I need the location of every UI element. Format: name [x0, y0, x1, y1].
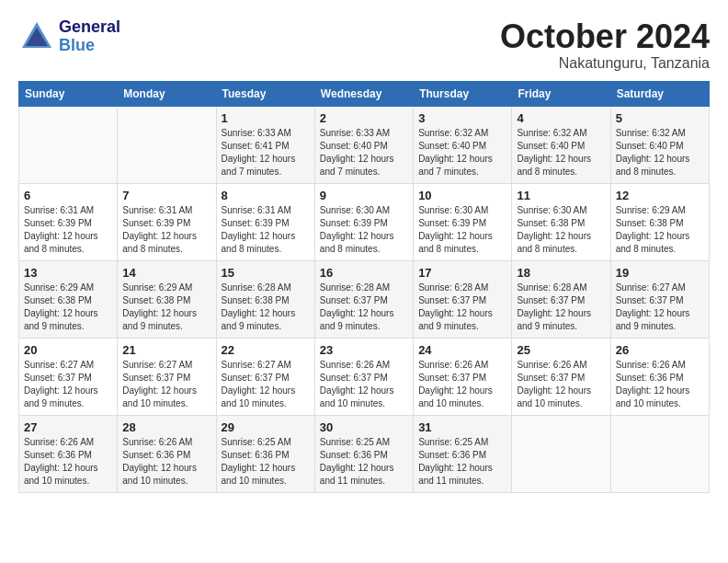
calendar-cell: 28Sunrise: 6:26 AM Sunset: 6:36 PM Dayli… [118, 415, 216, 492]
day-info: Sunrise: 6:31 AM Sunset: 6:39 PM Dayligh… [24, 204, 112, 256]
calendar-week-row: 27Sunrise: 6:26 AM Sunset: 6:36 PM Dayli… [19, 415, 710, 492]
col-header-tuesday: Tuesday [216, 81, 314, 106]
calendar-cell [610, 415, 709, 492]
logo-icon [18, 18, 55, 55]
month-title: October 2024 [500, 18, 710, 55]
day-number: 24 [418, 343, 506, 357]
day-info: Sunrise: 6:29 AM Sunset: 6:38 PM Dayligh… [122, 282, 210, 333]
day-number: 18 [517, 266, 605, 280]
calendar-cell: 7Sunrise: 6:31 AM Sunset: 6:39 PM Daylig… [118, 183, 216, 260]
calendar-cell: 17Sunrise: 6:28 AM Sunset: 6:37 PM Dayli… [414, 260, 512, 338]
day-number: 5 [616, 111, 704, 125]
day-info: Sunrise: 6:27 AM Sunset: 6:37 PM Dayligh… [616, 282, 704, 333]
day-info: Sunrise: 6:30 AM Sunset: 6:39 PM Dayligh… [320, 204, 408, 256]
calendar-cell: 2Sunrise: 6:33 AM Sunset: 6:40 PM Daylig… [314, 106, 413, 183]
calendar-cell: 8Sunrise: 6:31 AM Sunset: 6:39 PM Daylig… [216, 183, 314, 260]
day-info: Sunrise: 6:27 AM Sunset: 6:37 PM Dayligh… [222, 359, 310, 410]
day-number: 8 [222, 189, 310, 202]
day-info: Sunrise: 6:26 AM Sunset: 6:36 PM Dayligh… [122, 436, 210, 488]
day-number: 26 [616, 343, 704, 357]
page-header: General Blue October 2024 Nakatunguru, T… [18, 18, 710, 72]
location-subtitle: Nakatunguru, Tanzania [500, 55, 710, 72]
calendar-cell: 22Sunrise: 6:27 AM Sunset: 6:37 PM Dayli… [216, 338, 314, 415]
calendar-cell: 18Sunrise: 6:28 AM Sunset: 6:37 PM Dayli… [512, 260, 610, 338]
calendar-cell: 10Sunrise: 6:30 AM Sunset: 6:39 PM Dayli… [414, 183, 512, 260]
day-number: 15 [222, 266, 310, 280]
calendar-cell [512, 415, 610, 492]
day-number: 12 [616, 189, 704, 202]
day-info: Sunrise: 6:28 AM Sunset: 6:37 PM Dayligh… [517, 282, 605, 333]
day-number: 31 [418, 420, 506, 434]
col-header-saturday: Saturday [610, 81, 709, 106]
calendar-cell: 21Sunrise: 6:27 AM Sunset: 6:37 PM Dayli… [118, 338, 216, 415]
day-info: Sunrise: 6:31 AM Sunset: 6:39 PM Dayligh… [122, 204, 210, 256]
day-number: 19 [616, 266, 704, 280]
calendar-cell: 31Sunrise: 6:25 AM Sunset: 6:36 PM Dayli… [414, 415, 512, 492]
calendar-cell: 6Sunrise: 6:31 AM Sunset: 6:39 PM Daylig… [19, 183, 118, 260]
calendar-week-row: 13Sunrise: 6:29 AM Sunset: 6:38 PM Dayli… [19, 260, 710, 338]
day-info: Sunrise: 6:25 AM Sunset: 6:36 PM Dayligh… [320, 436, 408, 488]
day-number: 9 [320, 189, 408, 202]
calendar-cell: 24Sunrise: 6:26 AM Sunset: 6:37 PM Dayli… [414, 338, 512, 415]
calendar-week-row: 1Sunrise: 6:33 AM Sunset: 6:41 PM Daylig… [19, 106, 710, 183]
col-header-thursday: Thursday [414, 81, 512, 106]
day-info: Sunrise: 6:26 AM Sunset: 6:37 PM Dayligh… [320, 359, 408, 410]
calendar-cell: 20Sunrise: 6:27 AM Sunset: 6:37 PM Dayli… [19, 338, 118, 415]
calendar-cell: 9Sunrise: 6:30 AM Sunset: 6:39 PM Daylig… [314, 183, 413, 260]
day-info: Sunrise: 6:27 AM Sunset: 6:37 PM Dayligh… [24, 359, 112, 410]
calendar-table: SundayMondayTuesdayWednesdayThursdayFrid… [18, 81, 710, 493]
day-info: Sunrise: 6:29 AM Sunset: 6:38 PM Dayligh… [616, 204, 704, 256]
day-info: Sunrise: 6:28 AM Sunset: 6:37 PM Dayligh… [320, 282, 408, 333]
col-header-wednesday: Wednesday [314, 81, 413, 106]
day-number: 4 [517, 111, 605, 125]
calendar-cell [118, 106, 216, 183]
col-header-friday: Friday [512, 81, 610, 106]
calendar-cell: 25Sunrise: 6:26 AM Sunset: 6:37 PM Dayli… [512, 338, 610, 415]
day-info: Sunrise: 6:30 AM Sunset: 6:39 PM Dayligh… [418, 204, 506, 256]
day-number: 23 [320, 343, 408, 357]
day-info: Sunrise: 6:29 AM Sunset: 6:38 PM Dayligh… [24, 282, 112, 333]
day-info: Sunrise: 6:25 AM Sunset: 6:36 PM Dayligh… [222, 436, 310, 488]
day-info: Sunrise: 6:27 AM Sunset: 6:37 PM Dayligh… [122, 359, 210, 410]
day-info: Sunrise: 6:33 AM Sunset: 6:41 PM Dayligh… [222, 127, 310, 178]
day-number: 28 [122, 420, 210, 434]
calendar-cell: 14Sunrise: 6:29 AM Sunset: 6:38 PM Dayli… [118, 260, 216, 338]
day-info: Sunrise: 6:30 AM Sunset: 6:38 PM Dayligh… [517, 204, 605, 256]
day-number: 14 [122, 266, 210, 280]
logo-general: General [59, 18, 120, 37]
day-info: Sunrise: 6:33 AM Sunset: 6:40 PM Dayligh… [320, 127, 408, 178]
calendar-cell: 4Sunrise: 6:32 AM Sunset: 6:40 PM Daylig… [512, 106, 610, 183]
day-info: Sunrise: 6:28 AM Sunset: 6:38 PM Dayligh… [222, 282, 310, 333]
day-info: Sunrise: 6:26 AM Sunset: 6:36 PM Dayligh… [24, 436, 112, 488]
calendar-cell: 19Sunrise: 6:27 AM Sunset: 6:37 PM Dayli… [610, 260, 709, 338]
day-info: Sunrise: 6:26 AM Sunset: 6:36 PM Dayligh… [616, 359, 704, 410]
day-number: 30 [320, 420, 408, 434]
calendar-cell: 11Sunrise: 6:30 AM Sunset: 6:38 PM Dayli… [512, 183, 610, 260]
calendar-cell [19, 106, 118, 183]
day-info: Sunrise: 6:25 AM Sunset: 6:36 PM Dayligh… [418, 436, 506, 488]
day-number: 27 [24, 420, 112, 434]
calendar-week-row: 6Sunrise: 6:31 AM Sunset: 6:39 PM Daylig… [19, 183, 710, 260]
col-header-sunday: Sunday [19, 81, 118, 106]
calendar-cell: 1Sunrise: 6:33 AM Sunset: 6:41 PM Daylig… [216, 106, 314, 183]
day-number: 3 [418, 111, 506, 125]
col-header-monday: Monday [118, 81, 216, 106]
calendar-cell: 5Sunrise: 6:32 AM Sunset: 6:40 PM Daylig… [610, 106, 709, 183]
day-info: Sunrise: 6:31 AM Sunset: 6:39 PM Dayligh… [222, 204, 310, 256]
day-number: 21 [122, 343, 210, 357]
day-number: 11 [517, 189, 605, 202]
day-info: Sunrise: 6:32 AM Sunset: 6:40 PM Dayligh… [517, 127, 605, 178]
calendar-cell: 3Sunrise: 6:32 AM Sunset: 6:40 PM Daylig… [414, 106, 512, 183]
calendar-header-row: SundayMondayTuesdayWednesdayThursdayFrid… [19, 81, 710, 106]
calendar-week-row: 20Sunrise: 6:27 AM Sunset: 6:37 PM Dayli… [19, 338, 710, 415]
calendar-cell: 16Sunrise: 6:28 AM Sunset: 6:37 PM Dayli… [314, 260, 413, 338]
calendar-cell: 30Sunrise: 6:25 AM Sunset: 6:36 PM Dayli… [314, 415, 413, 492]
calendar-cell: 12Sunrise: 6:29 AM Sunset: 6:38 PM Dayli… [610, 183, 709, 260]
day-number: 29 [222, 420, 310, 434]
calendar-cell: 23Sunrise: 6:26 AM Sunset: 6:37 PM Dayli… [314, 338, 413, 415]
calendar-cell: 13Sunrise: 6:29 AM Sunset: 6:38 PM Dayli… [19, 260, 118, 338]
logo-blue: Blue [59, 37, 120, 55]
title-block: October 2024 Nakatunguru, Tanzania [500, 18, 710, 72]
calendar-cell: 29Sunrise: 6:25 AM Sunset: 6:36 PM Dayli… [216, 415, 314, 492]
day-info: Sunrise: 6:26 AM Sunset: 6:37 PM Dayligh… [517, 359, 605, 410]
